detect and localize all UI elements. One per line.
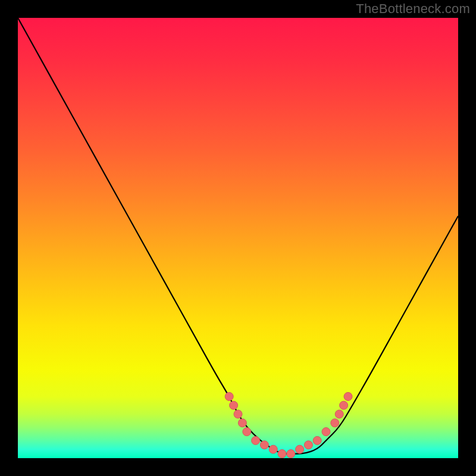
curve-marker xyxy=(252,436,260,444)
curve-marker xyxy=(230,401,238,409)
curve-marker xyxy=(335,410,343,418)
curve-marker xyxy=(269,445,277,453)
curve-marker xyxy=(238,419,246,427)
curve-marker xyxy=(234,410,242,418)
curve-marker xyxy=(225,392,233,400)
curve-marker xyxy=(296,445,304,453)
chart-svg xyxy=(18,18,458,458)
curve-marker xyxy=(243,428,251,436)
curve-marker xyxy=(340,401,348,409)
curve-marker xyxy=(331,419,339,427)
curve-marker xyxy=(278,450,286,458)
curve-marker xyxy=(260,441,268,449)
curve-marker xyxy=(287,450,295,458)
gradient-background xyxy=(18,18,458,458)
chart-container: TheBottleneck.com xyxy=(0,0,476,476)
curve-marker xyxy=(322,428,330,436)
curve-marker xyxy=(313,436,321,444)
curve-marker xyxy=(344,392,352,400)
plot-area xyxy=(18,18,458,458)
curve-marker xyxy=(304,441,312,449)
attribution-text: TheBottleneck.com xyxy=(356,1,470,17)
